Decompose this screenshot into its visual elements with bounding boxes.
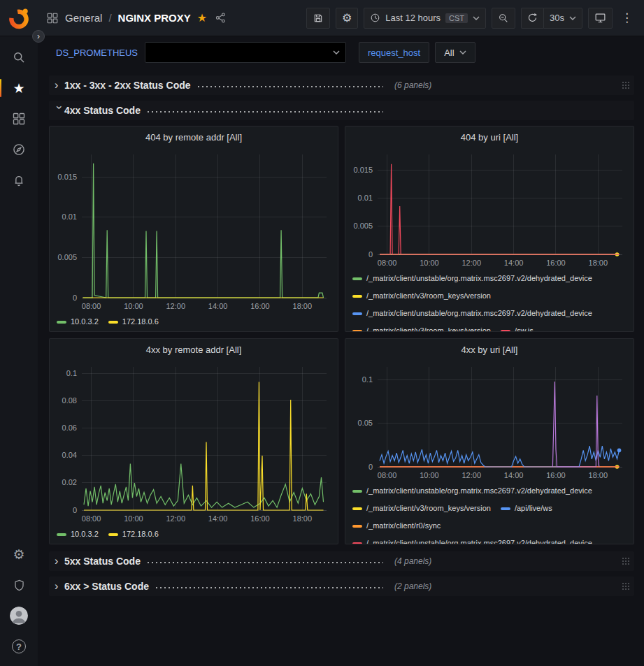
legend-item[interactable]: /_matrix/client/unstable/org.matrix.msc2… <box>352 485 592 497</box>
time-range-picker[interactable]: Last 12 hours CST <box>364 8 486 29</box>
sidebar-item-explore[interactable] <box>0 134 38 165</box>
dashboard-settings-button[interactable]: ⚙ <box>336 8 358 29</box>
adhoc-filter-key-button[interactable]: request_host <box>359 42 429 63</box>
zoom-out-button[interactable] <box>492 8 515 29</box>
legend-item[interactable]: /_matrix/client/v3/room_keys/version <box>352 325 491 332</box>
panel-title[interactable]: 404 by remote addr [All] <box>50 126 338 147</box>
gear-icon: ⚙ <box>342 13 352 24</box>
svg-text:14:00: 14:00 <box>504 471 524 479</box>
drag-handle-icon[interactable] <box>622 81 630 89</box>
sidebar-item-dashboards[interactable] <box>0 103 38 134</box>
favorite-star-icon[interactable]: ★ <box>197 13 207 24</box>
panel-title[interactable]: 4xx by remote addr [All] <box>50 339 338 360</box>
panel-title[interactable]: 404 by uri [All] <box>345 126 634 147</box>
share-icon[interactable] <box>215 12 227 24</box>
time-series-chart[interactable]: 08:0010:0012:0014:0016:0018:0000.020.040… <box>50 360 338 526</box>
svg-text:18:00: 18:00 <box>589 471 608 479</box>
legend-label: /_matrix/client/unstable/org.matrix.msc2… <box>366 537 592 544</box>
row-header-6xx[interactable]: › 6xx > Status Code (2 panels) <box>49 577 634 596</box>
sidebar-item-server-admin[interactable] <box>0 570 38 600</box>
dotted-leader <box>155 587 383 588</box>
row-header-5xx[interactable]: › 5xx Status Code (4 panels) <box>49 551 634 571</box>
svg-text:0.01: 0.01 <box>358 194 373 202</box>
help-icon: ? <box>12 639 26 653</box>
chevron-right-icon: › <box>55 556 64 567</box>
svg-text:0.04: 0.04 <box>62 451 77 459</box>
datasource-select[interactable] <box>145 42 346 63</box>
row-header-4xx[interactable]: › 4xx Status Code <box>49 101 634 120</box>
save-icon <box>313 13 324 24</box>
sidebar-item-profile[interactable] <box>0 600 38 631</box>
legend-swatch <box>57 533 66 536</box>
legend-item[interactable]: /_matrix/client/r0/sync <box>352 520 441 532</box>
refresh-interval-label: 30s <box>550 13 564 23</box>
refresh-group: 30s <box>521 8 582 29</box>
avatar-icon <box>10 607 28 625</box>
dashboard-scroll-area[interactable]: › 1xx - 3xx - 2xx Status Code (6 panels)… <box>38 70 644 666</box>
time-series-chart[interactable]: 08:0010:0012:0014:0016:0018:0000.0050.01… <box>345 147 634 270</box>
panel-count: (6 panels) <box>394 80 431 90</box>
timezone-badge: CST <box>445 13 468 23</box>
toolbar-actions: ⚙ Last 12 hours CST <box>306 8 644 29</box>
legend-item[interactable]: /_matrix/client/unstable/org.matrix.msc2… <box>352 537 592 544</box>
dashboards-grid-icon <box>12 112 26 126</box>
legend-item[interactable]: 10.0.3.2 <box>57 528 99 540</box>
dashboard-variables-bar: DS_PROMETHEUS request_host All <box>38 36 644 70</box>
drag-handle-icon[interactable] <box>622 582 630 591</box>
legend-swatch <box>57 321 66 324</box>
chevron-down-icon <box>569 16 576 20</box>
svg-text:08:00: 08:00 <box>378 471 397 479</box>
svg-text:12:00: 12:00 <box>462 471 482 479</box>
sidebar-item-starred[interactable]: ★ <box>0 73 38 103</box>
svg-text:12:00: 12:00 <box>166 514 186 523</box>
grafana-logo[interactable] <box>0 0 38 36</box>
svg-text:14:00: 14:00 <box>208 514 228 523</box>
breadcrumb-section[interactable]: General <box>65 12 102 24</box>
row-title: 1xx - 3xx - 2xx Status Code <box>64 80 191 91</box>
legend-swatch <box>108 533 118 536</box>
sidebar-item-search[interactable] <box>0 42 38 73</box>
shield-icon <box>13 579 26 592</box>
time-series-chart[interactable]: 08:0010:0012:0014:0016:0018:0000.0050.01… <box>50 147 338 313</box>
legend-item[interactable]: /_matrix/client/v3/room_keys/version <box>352 502 491 514</box>
adhoc-filter-value-dropdown[interactable]: All <box>435 42 475 63</box>
legend-item[interactable]: /_matrix/client/unstable/org.matrix.msc2… <box>352 273 592 284</box>
kebab-menu-icon[interactable]: ⋮ <box>618 10 636 25</box>
legend-item[interactable]: /_matrix/client/v3/room_keys/version <box>352 290 491 302</box>
save-dashboard-button[interactable] <box>306 8 330 29</box>
svg-text:16:00: 16:00 <box>250 514 270 523</box>
legend-item[interactable]: 172.18.0.6 <box>108 528 159 540</box>
sidebar-item-help[interactable]: ? <box>0 631 38 662</box>
legend-item[interactable]: /api/live/ws <box>501 502 552 514</box>
svg-text:0.02: 0.02 <box>62 478 77 486</box>
row-header-1xx[interactable]: › 1xx - 3xx - 2xx Status Code (6 panels) <box>49 75 634 95</box>
dashboard-grid-icon[interactable] <box>46 12 59 24</box>
time-series-chart[interactable]: 08:0010:0012:0014:0016:0018:0000.050.1 <box>345 360 634 482</box>
star-icon: ★ <box>13 82 24 95</box>
svg-text:18:00: 18:00 <box>293 302 313 310</box>
panel-title[interactable]: 4xx by uri [All] <box>345 339 634 360</box>
legend-swatch <box>352 490 362 493</box>
sidebar-item-configuration[interactable]: ⚙ <box>0 539 38 570</box>
legend-label: /_matrix/client/v3/room_keys/version <box>366 290 491 302</box>
tv-mode-button[interactable] <box>588 8 613 29</box>
legend-item[interactable]: 172.18.0.6 <box>108 316 159 328</box>
time-range-label: Last 12 hours <box>385 13 441 23</box>
chevron-down-icon <box>473 16 480 20</box>
sidebar-item-alerting[interactable] <box>0 165 38 196</box>
legend-item[interactable]: 10.0.3.2 <box>57 316 99 328</box>
legend-item[interactable]: /sw.js <box>501 325 534 332</box>
sidebar-expand-button[interactable]: › <box>32 30 45 43</box>
refresh-button[interactable] <box>521 8 543 29</box>
svg-text:10:00: 10:00 <box>420 259 439 267</box>
refresh-interval-dropdown[interactable]: 30s <box>543 8 582 29</box>
row-title: 5xx Status Code <box>64 556 141 567</box>
legend-item[interactable]: /_matrix/client/unstable/org.matrix.msc2… <box>352 307 592 319</box>
page-title: NGINX PROXY <box>118 12 191 24</box>
legend-swatch <box>352 525 362 528</box>
svg-text:16:00: 16:00 <box>250 302 270 310</box>
drag-handle-icon[interactable] <box>622 557 630 565</box>
svg-text:0.05: 0.05 <box>358 419 373 427</box>
legend-swatch <box>108 321 118 324</box>
legend-swatch <box>352 330 362 333</box>
